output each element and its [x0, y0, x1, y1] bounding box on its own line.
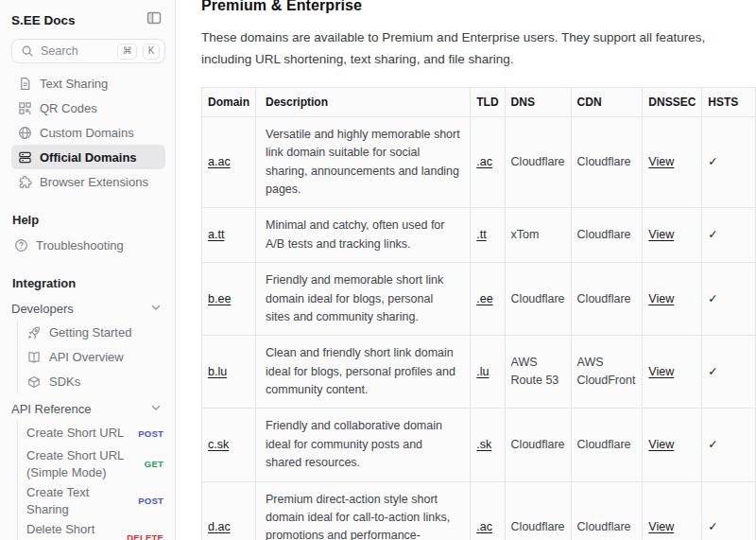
sidebar-group-developers[interactable]: Developers — [11, 296, 165, 321]
package-icon — [26, 375, 42, 390]
search-icon — [20, 44, 35, 59]
sidebar-item-custom-domains[interactable]: Custom Domains — [11, 120, 165, 145]
sidebar-item-create-short-url-simple[interactable]: Create Short URL (Simple Mode) GET — [25, 445, 165, 482]
chevron-down-icon — [150, 302, 162, 316]
group-label: Developers — [11, 302, 74, 316]
domain-description: Clean and friendly short link domain ide… — [256, 336, 471, 409]
main-content: Premium & Enterprise These domains are a… — [176, 0, 756, 540]
kbd-cmd: ⌘ — [117, 44, 137, 60]
sidebar-item-label: Browser Extensions — [40, 175, 148, 189]
globe-icon — [17, 125, 32, 140]
domain-link[interactable]: d.ac — [208, 520, 231, 533]
domain-link[interactable]: b.lu — [208, 365, 227, 378]
search-box[interactable]: ⌘ K — [11, 39, 165, 63]
tld-link[interactable]: .sk — [476, 438, 491, 451]
sidebar-item-api-overview[interactable]: API Overview — [25, 345, 165, 370]
sidebar-item-delete-short-url[interactable]: Delete Short URL DELETE — [25, 519, 165, 540]
sidebar-item-label: Troubleshooting — [36, 238, 124, 253]
col-header-dnssec: DNSSEC — [643, 87, 702, 116]
kbd-k: K — [143, 44, 160, 60]
group-label: API Reference — [11, 402, 92, 416]
tld-link[interactable]: .ac — [476, 520, 492, 533]
table-row: b.ee Friendly and memorable short link d… — [202, 263, 756, 336]
server-icon — [17, 149, 32, 165]
col-header-domain: Domain — [202, 87, 256, 116]
sidebar-item-create-text-sharing[interactable]: Create Text Sharing POST — [25, 482, 165, 519]
table-row: a.ac Versatile and highly memorable shor… — [202, 116, 756, 208]
chevron-down-icon — [150, 402, 162, 416]
hsts-checkmark: ✓ — [702, 116, 756, 208]
sidebar-item-browser-extensions[interactable]: Browser Extensions — [11, 169, 165, 194]
book-open-icon — [26, 350, 42, 365]
domain-link[interactable]: a.tt — [208, 228, 224, 241]
cdn-value: Cloudflare — [571, 208, 643, 263]
tld-link[interactable]: .ac — [476, 155, 492, 168]
tld-link[interactable]: .ee — [476, 292, 492, 305]
search-input[interactable] — [41, 44, 112, 58]
hsts-checkmark: ✓ — [702, 263, 756, 336]
sidebar-item-label: Create Short URL (Simple Mode) — [26, 447, 137, 480]
intro-paragraph: These domains are available to Premium a… — [201, 27, 747, 71]
sidebar-toggle-button[interactable] — [145, 10, 163, 29]
sidebar-item-text-sharing[interactable]: Text Sharing — [11, 71, 165, 96]
file-text-icon — [17, 76, 32, 91]
sidebar-item-label: Getting Started — [49, 324, 163, 341]
table-header-row: Domain Description TLD DNS CDN DNSSEC HS… — [202, 87, 756, 116]
table-row: b.lu Clean and friendly short link domai… — [202, 336, 756, 409]
rocket-icon — [26, 325, 42, 340]
app-title: S.EE Docs — [11, 13, 76, 27]
section-help: Help — [12, 213, 165, 227]
col-header-tld: TLD — [471, 87, 505, 116]
method-badge: DELETE — [127, 532, 163, 540]
dns-value: xTom — [505, 208, 571, 263]
cdn-value: Cloudflare — [571, 409, 643, 481]
dnssec-view-link[interactable]: View — [648, 155, 674, 168]
dnssec-view-link[interactable]: View — [648, 228, 674, 241]
tld-link[interactable]: .lu — [476, 365, 489, 378]
sidebar-item-label: Delete Short URL — [26, 521, 119, 540]
col-header-cdn: CDN — [571, 87, 643, 116]
domain-link[interactable]: b.ee — [208, 292, 231, 305]
domain-description: Friendly and memorable short link domain… — [256, 263, 471, 336]
cdn-value: Cloudflare — [571, 116, 643, 208]
sidebar-item-troubleshooting[interactable]: Troubleshooting — [11, 233, 165, 257]
panel-toggle-icon — [146, 10, 162, 29]
dns-value: Cloudflare — [505, 263, 571, 336]
section-integration: Integration — [12, 276, 165, 290]
hsts-checkmark: ✓ — [702, 208, 756, 263]
dnssec-view-link[interactable]: View — [648, 365, 674, 378]
hsts-checkmark: ✓ — [702, 336, 756, 409]
sidebar-group-api-reference[interactable]: API Reference — [11, 396, 165, 421]
dnssec-view-link[interactable]: View — [648, 520, 674, 533]
cdn-value: AWS CloudFront — [571, 336, 643, 409]
tld-link[interactable]: .tt — [476, 228, 486, 241]
hsts-checkmark: ✓ — [702, 409, 756, 481]
sidebar-item-label: SDKs — [49, 374, 163, 391]
sidebar-item-official-domains[interactable]: Official Domains — [11, 145, 165, 169]
domain-link[interactable]: a.ac — [208, 155, 231, 168]
sidebar-item-label: Official Domains — [40, 150, 137, 165]
sidebar-item-getting-started[interactable]: Getting Started — [25, 321, 165, 345]
sidebar-nav: Text Sharing QR Codes Custom Domains Off… — [11, 71, 165, 194]
api-reference-sublist: Create Short URL POST Create Short URL (… — [17, 421, 165, 540]
col-header-dns: DNS — [505, 87, 571, 116]
table-row: a.tt Minimal and catchy, often used for … — [202, 208, 756, 263]
dnssec-view-link[interactable]: View — [648, 292, 674, 305]
domain-link[interactable]: c.sk — [208, 438, 229, 451]
sidebar-item-sdks[interactable]: SDKs — [25, 370, 165, 394]
sidebar-item-create-short-url[interactable]: Create Short URL POST — [25, 421, 165, 445]
sidebar-item-qr-codes[interactable]: QR Codes — [11, 96, 165, 120]
help-circle-icon — [13, 237, 28, 253]
qr-code-icon — [17, 100, 32, 115]
app-window: S.EE Docs ⌘ K Text Sharing — [0, 0, 756, 540]
page-title: Premium & Enterprise — [201, 0, 756, 14]
table-row: c.sk Friendly and collaborative domain i… — [202, 409, 756, 481]
sidebar-item-label: Custom Domains — [40, 126, 134, 140]
method-badge: POST — [138, 428, 163, 439]
cdn-value: Cloudflare — [571, 263, 643, 336]
domains-table: Domain Description TLD DNS CDN DNSSEC HS… — [201, 87, 756, 540]
col-header-hsts: HSTS — [702, 87, 756, 116]
dnssec-view-link[interactable]: View — [648, 438, 674, 451]
col-header-description: Description — [256, 87, 471, 116]
sidebar-item-label: Create Text Sharing — [26, 484, 130, 517]
